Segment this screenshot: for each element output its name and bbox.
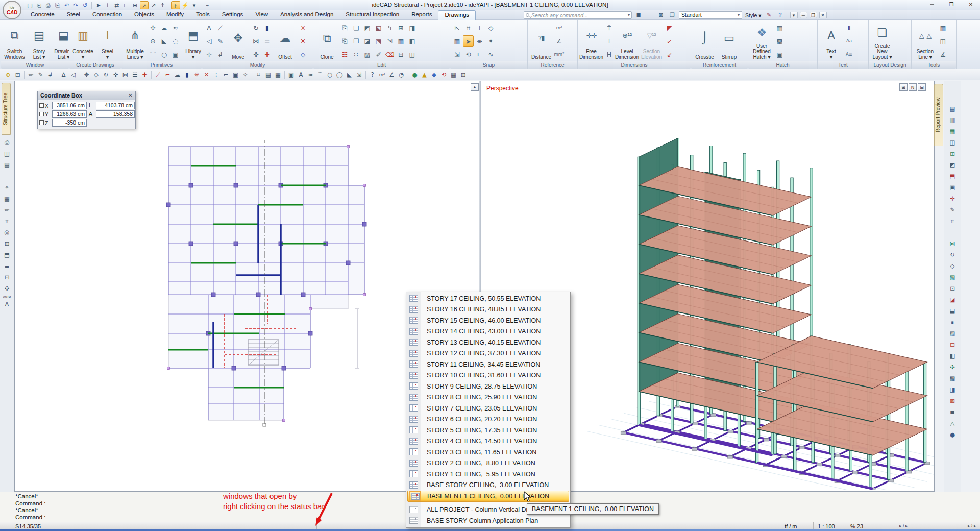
- arc-icon[interactable]: ⌒: [148, 49, 158, 60]
- circle-icon[interactable]: ⊙: [148, 35, 158, 47]
- font-icon[interactable]: A: [2, 300, 12, 309]
- section-line-button[interactable]: △_△Section Line ▾: [913, 21, 937, 61]
- cells-tool-icon[interactable]: ▦: [273, 70, 283, 79]
- menu-item[interactable]: BASE STORY CEILING, 3.00 ELEVATION: [406, 480, 570, 491]
- divide-tool-icon[interactable]: ⊹: [211, 70, 221, 79]
- rows-tool-icon[interactable]: ▤: [263, 70, 273, 79]
- mirror-tool-icon[interactable]: ⋈: [120, 70, 130, 79]
- polygon-tool-icon[interactable]: ◣: [345, 70, 354, 79]
- tools-grid-icon[interactable]: ▦: [938, 22, 948, 34]
- align-tool-icon[interactable]: ✚: [140, 70, 150, 79]
- image-icon[interactable]: ▣: [170, 49, 181, 60]
- save-all-icon[interactable]: ⎘: [53, 1, 62, 9]
- scale-tool-icon[interactable]: ▮: [182, 70, 192, 79]
- column-text-icon[interactable]: Ⅱ: [844, 22, 854, 34]
- axes-icon[interactable]: ⌗: [2, 216, 12, 226]
- free-dimension-button[interactable]: ✛✛Free Dimension: [579, 21, 603, 61]
- offset-tool-icon[interactable]: ☁: [173, 70, 182, 79]
- concrete-drawing-button[interactable]: ▥Concrete ▾: [71, 21, 95, 61]
- report-add-icon[interactable]: ⊞: [947, 149, 958, 159]
- spline-icon[interactable]: ≈: [170, 22, 181, 34]
- redo-icon[interactable]: ↷: [71, 1, 80, 9]
- star-icon[interactable]: ✣: [2, 284, 12, 294]
- fill-top-icon[interactable]: ⬒: [2, 250, 12, 260]
- rotate-tool-icon[interactable]: ↻: [101, 70, 111, 79]
- help-icon[interactable]: ?: [776, 11, 785, 19]
- perspective-3d-view[interactable]: [577, 105, 934, 490]
- undo-icon[interactable]: ↶: [62, 1, 71, 9]
- remove-row-icon[interactable]: ⊟: [396, 49, 406, 60]
- order-front-icon[interactable]: ◩: [362, 22, 373, 34]
- quick-mode-icon[interactable]: ⚡: [181, 1, 189, 9]
- tools-sheet-icon[interactable]: ◫: [938, 35, 948, 47]
- hatch-solid-icon[interactable]: ▩: [774, 35, 785, 47]
- trim-tool-icon[interactable]: ⟋: [153, 70, 163, 79]
- search-input[interactable]: Search any command... ▾: [524, 11, 632, 19]
- z-checkbox[interactable]: [39, 120, 44, 125]
- tools-angle-icon[interactable]: ∡: [938, 49, 948, 60]
- extend-tool-icon[interactable]: ⌐: [163, 70, 173, 79]
- sketch-icon[interactable]: ✎: [36, 70, 45, 79]
- x-checkbox[interactable]: [39, 103, 44, 108]
- report-corner-icon[interactable]: ◩: [947, 160, 958, 170]
- sheet-grid-icon[interactable]: ▦: [449, 70, 458, 79]
- tab-connection[interactable]: Connection: [86, 10, 128, 20]
- menu-item[interactable]: STORY 13 CEILING, 40.15 ELEVATION: [406, 337, 570, 348]
- panels-icon[interactable]: ◫: [2, 149, 12, 159]
- polar-snap-icon[interactable]: ⟲: [463, 49, 474, 60]
- split-icon[interactable]: ◫: [407, 49, 418, 60]
- report-dense-icon[interactable]: ▩: [947, 374, 958, 383]
- ribbon-group-caption[interactable]: Snap: [450, 61, 527, 69]
- view-cube-button-0[interactable]: ⊞: [899, 83, 908, 91]
- floor-plan-drawing[interactable]: [153, 140, 373, 429]
- circle-tool-icon[interactable]: ○: [325, 70, 335, 79]
- tab-reports[interactable]: Reports: [405, 10, 438, 20]
- reverse-icon[interactable]: ↲: [215, 49, 226, 60]
- menu-item[interactable]: BASE STORY Column Application Plan: [406, 515, 570, 526]
- report-edit-icon[interactable]: ✎: [947, 205, 958, 215]
- ungroup-icon[interactable]: ❐: [351, 35, 361, 47]
- ellipse-tool-icon[interactable]: ◯: [335, 70, 345, 79]
- x-coordinate-field[interactable]: 3851.06 cm: [52, 102, 87, 109]
- intersection-snap-icon[interactable]: ✦: [485, 35, 496, 47]
- leader-tool-icon[interactable]: ⇲: [354, 70, 364, 79]
- magic-tool-icon[interactable]: ✧: [240, 70, 250, 79]
- slope-dim-icon[interactable]: ◤: [664, 22, 675, 34]
- break-tool-icon[interactable]: ✳: [192, 70, 202, 79]
- trim-icon[interactable]: ✕: [298, 35, 308, 47]
- report-block-icon[interactable]: ∎: [947, 318, 958, 327]
- steel-drawing-button[interactable]: ISteel ▾: [95, 21, 119, 61]
- status-play-icons[interactable]: ▸≀▸: [899, 523, 909, 528]
- swap-icon[interactable]: ⇄: [112, 1, 121, 9]
- coordinate-box-close-icon[interactable]: ✕: [128, 92, 133, 99]
- tab-analysis-and-design[interactable]: Analysis and Design: [274, 10, 339, 20]
- scale-icon[interactable]: ▮: [262, 22, 273, 34]
- paint-properties-icon[interactable]: ⬔: [373, 35, 384, 47]
- revision-cloud-icon[interactable]: ☁: [159, 22, 169, 34]
- report-boxdot-icon[interactable]: ⊡: [947, 284, 958, 294]
- node-tool-icon[interactable]: ◇: [91, 70, 101, 79]
- running-snap-icon[interactable]: ⊦: [172, 1, 180, 9]
- report-image-icon[interactable]: ▣: [947, 183, 958, 192]
- leader-dim-icon[interactable]: ↙: [664, 49, 675, 60]
- report-cross-icon[interactable]: ✛: [947, 194, 958, 204]
- extension-snap-icon[interactable]: ↥: [158, 1, 167, 9]
- save-icon[interactable]: ⎙: [44, 1, 53, 9]
- undo-view-icon[interactable]: ↺: [81, 1, 89, 9]
- annotate-icon[interactable]: ✐: [373, 49, 384, 60]
- small-area-icon[interactable]: mm²: [554, 49, 565, 60]
- angle-dim-tool-icon[interactable]: ∠: [387, 70, 397, 79]
- tab-view[interactable]: View: [249, 10, 274, 20]
- report-preview-tab[interactable]: Report Preview: [934, 84, 943, 146]
- text-align-icon[interactable]: A≣: [844, 49, 854, 60]
- mdi-restore-button[interactable]: ❐: [810, 12, 817, 18]
- snap-dropdown-icon[interactable]: ▾: [190, 1, 199, 9]
- paste-icon[interactable]: ⎗: [339, 35, 350, 47]
- image-tool-icon[interactable]: ▣: [286, 70, 296, 79]
- report-cols-icon[interactable]: ▥: [947, 115, 958, 125]
- ribbon-group-caption[interactable]: Dimensions: [578, 61, 691, 69]
- grid-tool-icon[interactable]: ⌗: [254, 70, 263, 79]
- pick-line-icon[interactable]: ⟋: [215, 22, 226, 34]
- drawing-list-button[interactable]: ⬓Drawing List ▾: [52, 21, 69, 61]
- create-new-layout-button[interactable]: ❏Create New Layout ▾: [870, 21, 894, 61]
